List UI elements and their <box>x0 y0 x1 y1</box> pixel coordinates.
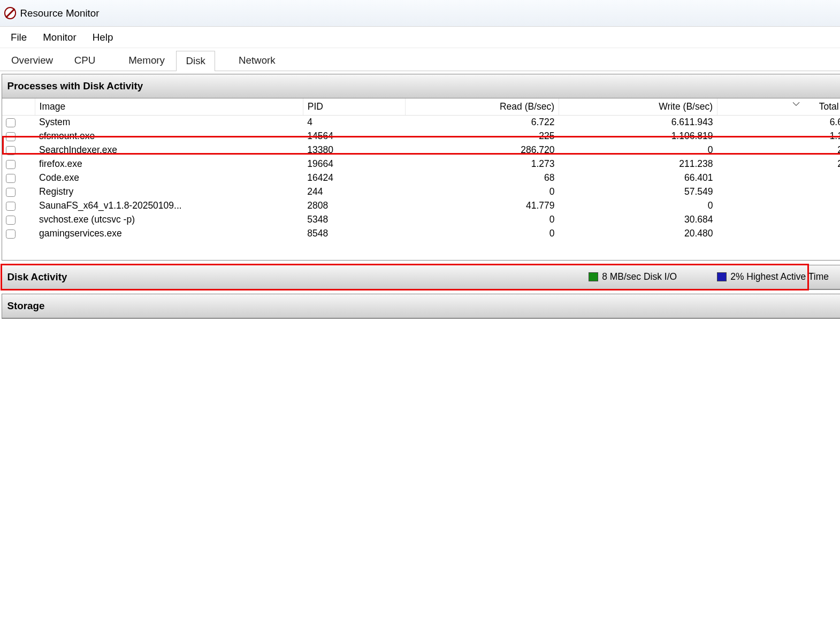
cell-total: 57.549 <box>717 185 840 199</box>
storage-header[interactable]: Storage <box>2 294 841 318</box>
cell-pid: 13380 <box>303 143 406 157</box>
cell-total: 66.470 <box>717 171 840 185</box>
cell-image: Registry <box>35 185 303 199</box>
cell-pid: 14564 <box>303 129 406 143</box>
menu-file[interactable]: File <box>3 29 35 46</box>
table-row[interactable]: SaunaFS_x64_v1.1.8-20250109...280841.779… <box>2 199 841 213</box>
cell-write: 66.401 <box>559 171 717 185</box>
disk-activity-panel: Disk Activity 8 MB/sec Disk I/O 2% Highe… <box>2 265 841 290</box>
sort-indicator-icon <box>793 98 800 109</box>
row-checkbox[interactable] <box>6 118 16 128</box>
cell-pid: 8548 <box>303 227 406 241</box>
disk-activity-header[interactable]: Disk Activity 8 MB/sec Disk I/O 2% Highe… <box>2 265 841 289</box>
row-checkbox[interactable] <box>6 188 16 197</box>
cell-total: 212.511 <box>717 157 840 171</box>
menu-monitor[interactable]: Monitor <box>35 29 85 46</box>
cell-total: 41.779 <box>717 199 840 213</box>
cell-total: 1.107.044 <box>717 129 840 143</box>
cell-read: 41.779 <box>406 199 559 213</box>
cell-pid: 244 <box>303 185 406 199</box>
content-area: Processes with Disk Activity Image PID R… <box>0 71 840 636</box>
cell-write: 0 <box>559 199 717 213</box>
disk-activity-title: Disk Activity <box>7 271 67 283</box>
left-pane: Processes with Disk Activity Image PID R… <box>0 71 840 636</box>
table-row[interactable]: sfsmount.exe145642251.106.8191.107.044 <box>2 129 841 143</box>
cell-write: 6.611.943 <box>559 115 717 129</box>
app-icon <box>4 7 17 19</box>
cell-read: 0 <box>406 227 559 241</box>
cell-image: svchost.exe (utcsvc -p) <box>35 213 303 227</box>
menu-bar: File Monitor Help <box>0 27 840 48</box>
column-pid[interactable]: PID <box>303 98 406 116</box>
cell-write: 57.549 <box>559 185 717 199</box>
cell-read: 6.722 <box>406 115 559 129</box>
cell-write: 20.480 <box>559 227 717 241</box>
storage-title: Storage <box>7 300 45 312</box>
cell-total: 6.618.666 <box>717 115 840 129</box>
cell-image: SearchIndexer.exe <box>35 143 303 157</box>
title-bar: Resource Monitor <box>0 0 840 27</box>
processes-header[interactable]: Processes with Disk Activity <box>2 74 841 98</box>
cell-read: 68 <box>406 171 559 185</box>
processes-panel: Processes with Disk Activity Image PID R… <box>2 74 841 261</box>
table-row[interactable]: Registry244057.54957.549 <box>2 185 841 199</box>
cell-image: sfsmount.exe <box>35 129 303 143</box>
cell-pid: 19664 <box>303 157 406 171</box>
table-row[interactable]: firefox.exe196641.273211.238212.511 <box>2 157 841 171</box>
cell-read: 0 <box>406 185 559 199</box>
cell-write: 30.684 <box>559 213 717 227</box>
window-title: Resource Monitor <box>20 7 100 19</box>
menu-help[interactable]: Help <box>85 29 121 46</box>
cell-image: SaunaFS_x64_v1.1.8-20250109... <box>35 199 303 213</box>
row-checkbox[interactable] <box>6 160 16 170</box>
cell-write: 0 <box>559 143 717 157</box>
column-read[interactable]: Read (B/sec) <box>406 98 559 116</box>
column-total[interactable]: Total (B/sec) <box>717 98 840 116</box>
table-row[interactable]: Code.exe164246866.40166.470 <box>2 171 841 185</box>
cell-read: 0 <box>406 213 559 227</box>
io-swatch-icon <box>589 272 598 282</box>
processes-title: Processes with Disk Activity <box>7 80 143 92</box>
cell-read: 286.720 <box>406 143 559 157</box>
column-image[interactable]: Image <box>35 98 303 116</box>
tab-network[interactable]: Network <box>228 50 285 71</box>
cell-read: 225 <box>406 129 559 143</box>
tab-cpu[interactable]: CPU <box>64 50 105 71</box>
cell-image: Code.exe <box>35 171 303 185</box>
row-checkbox[interactable] <box>6 132 16 142</box>
cell-read: 1.273 <box>406 157 559 171</box>
disk-io-stat: 8 MB/sec Disk I/O <box>589 271 677 282</box>
table-row[interactable]: gamingservices.exe8548020.48020.480 <box>2 227 841 241</box>
cell-total: 286.720 <box>717 143 840 157</box>
cell-pid: 2808 <box>303 199 406 213</box>
table-row[interactable]: SearchIndexer.exe13380286.7200286.720 <box>2 143 841 157</box>
row-checkbox[interactable] <box>6 229 16 239</box>
storage-panel: Storage <box>2 294 841 319</box>
active-time-stat: 2% Highest Active Time <box>717 271 829 282</box>
cell-write: 211.238 <box>559 157 717 171</box>
tab-strip: Overview CPU Memory Disk Network <box>0 48 840 71</box>
tab-disk[interactable]: Disk <box>176 51 215 71</box>
cell-pid: 16424 <box>303 171 406 185</box>
cell-write: 1.106.819 <box>559 129 717 143</box>
row-checkbox[interactable] <box>6 202 16 211</box>
table-row[interactable]: svchost.exe (utcsvc -p)5348030.68430.684 <box>2 213 841 227</box>
processes-table-wrapper: Image PID Read (B/sec) Write (B/sec) Tot… <box>2 98 841 261</box>
active-swatch-icon <box>717 272 727 282</box>
cell-total: 30.684 <box>717 213 840 227</box>
column-write[interactable]: Write (B/sec) <box>559 98 717 116</box>
cell-total: 20.480 <box>717 227 840 241</box>
column-checkbox[interactable] <box>2 98 35 116</box>
row-checkbox[interactable] <box>6 216 16 225</box>
tab-overview[interactable]: Overview <box>2 50 63 71</box>
tab-memory[interactable]: Memory <box>119 50 175 71</box>
cell-image: System <box>35 115 303 129</box>
table-row[interactable]: System46.7226.611.9436.618.666 <box>2 115 841 129</box>
processes-table: Image PID Read (B/sec) Write (B/sec) Tot… <box>2 98 841 241</box>
cell-image: firefox.exe <box>35 157 303 171</box>
row-checkbox[interactable] <box>6 146 16 156</box>
cell-image: gamingservices.exe <box>35 227 303 241</box>
cell-pid: 5348 <box>303 213 406 227</box>
row-checkbox[interactable] <box>6 174 16 183</box>
cell-pid: 4 <box>303 115 406 129</box>
